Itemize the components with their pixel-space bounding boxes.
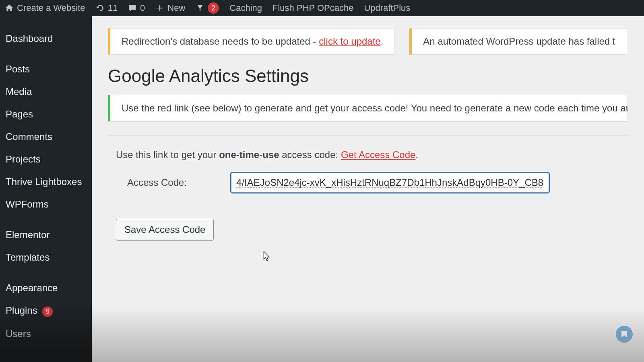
new-content-link[interactable]: New: [155, 3, 185, 13]
comment-icon: [128, 4, 137, 12]
notice-wp-update: An automated WordPress update has failed…: [409, 28, 627, 55]
updraftplus-link[interactable]: UpdraftPlus: [364, 3, 410, 13]
notice-text: An automated WordPress update has failed…: [423, 36, 615, 47]
caching-link[interactable]: Caching: [229, 3, 262, 13]
site-home-link[interactable]: Create a Website: [5, 3, 85, 13]
instruction-text: Use the red link (see below) to generate…: [122, 103, 628, 113]
sidebar-item-media[interactable]: Media: [0, 80, 92, 103]
admin-bar: Create a Website 11 0 New 2 Caching Flus…: [0, 0, 644, 16]
yoast-badge: 2: [208, 2, 219, 14]
sidebar-item-label: Plugins: [6, 305, 37, 316]
sidebar-item-appearance[interactable]: Appearance: [0, 277, 92, 299]
yoast-icon: [196, 4, 204, 12]
sidebar-item-comments[interactable]: Comments: [0, 125, 92, 148]
admin-sidebar: Dashboard Posts Media Pages Comments Pro…: [0, 16, 92, 362]
new-label: New: [167, 3, 185, 13]
plus-icon: [155, 4, 164, 12]
plugins-update-badge: 9: [42, 306, 53, 317]
sidebar-item-templates[interactable]: Templates: [0, 246, 92, 269]
notice-redirection: Redirection's database needs to be updat…: [108, 28, 395, 55]
updates-link[interactable]: 11: [96, 3, 118, 13]
sidebar-item-users[interactable]: Users: [0, 323, 92, 345]
comments-count: 0: [140, 3, 145, 13]
get-access-code-link[interactable]: Get Access Code: [341, 149, 415, 160]
click-to-update-link[interactable]: click to update: [319, 36, 380, 47]
site-name: Create a Website: [17, 3, 85, 13]
sidebar-item-dashboard[interactable]: Dashboard: [0, 27, 92, 50]
flush-opcache-link[interactable]: Flush PHP OPcache: [272, 3, 353, 13]
separator: [108, 135, 628, 136]
sidebar-item-pages[interactable]: Pages: [0, 103, 92, 125]
sidebar-item-thrive-lightboxes[interactable]: Thrive Lightboxes: [0, 171, 92, 193]
save-access-code-button[interactable]: Save Access Code: [116, 219, 214, 241]
sidebar-item-wpforms[interactable]: WPForms: [0, 193, 92, 216]
scroll-top-icon[interactable]: [616, 326, 633, 343]
sidebar-item-projects[interactable]: Projects: [0, 148, 92, 171]
comments-link[interactable]: 0: [128, 3, 145, 13]
updates-count: 11: [108, 3, 118, 13]
notice-text: Redirection's database needs to be updat…: [122, 36, 319, 47]
mouse-cursor-icon: [262, 251, 271, 262]
access-code-row: Access Code:: [127, 173, 628, 193]
lead-text: Use this link to get your one-time-use a…: [116, 149, 628, 160]
instruction-notice: Use the red link (see below) to generate…: [108, 95, 628, 121]
home-icon: [5, 4, 14, 12]
sidebar-item-posts[interactable]: Posts: [0, 58, 92, 80]
sidebar-item-elementor[interactable]: Elementor: [0, 224, 92, 246]
yoast-link[interactable]: 2: [196, 2, 219, 14]
page-title: Google Analytics Settings: [108, 66, 628, 86]
access-code-input[interactable]: [231, 173, 549, 193]
separator: [108, 209, 628, 209]
main-content: Redirection's database needs to be updat…: [92, 16, 644, 362]
sidebar-item-plugins[interactable]: Plugins 9: [0, 299, 92, 323]
access-code-label: Access Code:: [127, 177, 187, 188]
refresh-icon: [96, 4, 105, 12]
